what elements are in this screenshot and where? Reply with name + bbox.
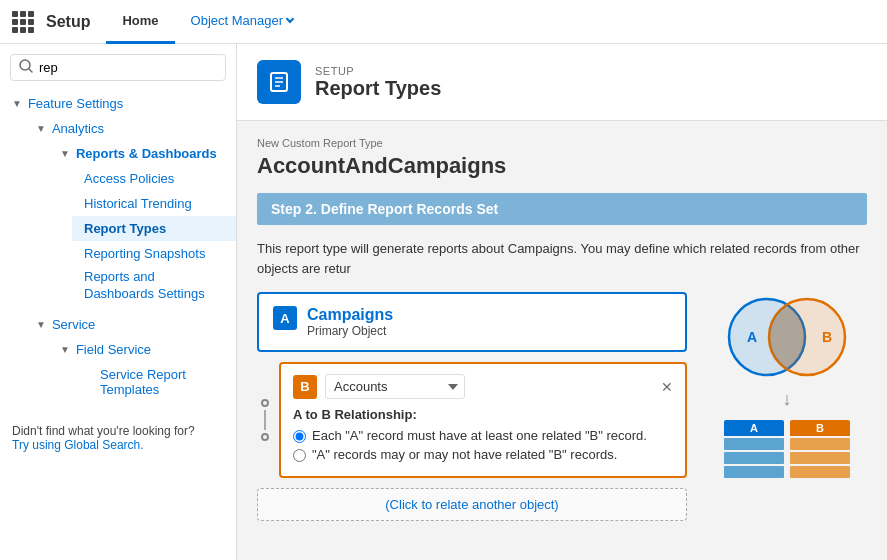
records-section: A Campaigns Primary Object [257,292,687,521]
table-col-b: B [790,420,850,478]
step-header: Step 2. Define Report Records Set [257,193,867,225]
layout: ▼ Feature Settings ▼ Analytics ▼ Reports… [0,44,887,560]
nav-tabs: Home Object Manager [106,0,309,44]
expand-icon: ▼ [60,148,70,159]
report-types-title-group: SETUP Report Types [315,65,441,100]
global-search-link[interactable]: Try using Global Search. [12,438,144,452]
table-row-a-2 [724,452,784,464]
expand-icon: ▼ [12,98,22,109]
table-row-b-2 [790,452,850,464]
object-select[interactable]: Accounts Contacts Leads Opportunities [325,374,465,399]
connector-dot-bottom [261,433,269,441]
secondary-letter: B [293,375,317,399]
table-row-b-3 [790,466,850,478]
connector-area: B Accounts Contacts Leads Opportunities [257,362,687,478]
search-icon [19,59,33,76]
table-preview: A B [724,420,850,478]
top-nav: Setup Home Object Manager [0,0,887,44]
field-service-label[interactable]: ▼ Field Service [48,337,236,362]
b-select-row: Accounts Contacts Leads Opportunities [325,374,465,399]
service-label[interactable]: ▼ Service [24,312,236,337]
table-header-b: B [790,420,850,436]
radio-option-2: "A" records may or may not have related … [293,447,673,462]
venn-label-a: A [747,329,757,345]
svg-line-1 [29,69,32,72]
report-types-header: SETUP Report Types [237,44,887,121]
main-content: SETUP Report Types New Custom Report Typ… [237,44,887,560]
primary-object-info: Campaigns Primary Object [307,306,393,338]
table-row-a-1 [724,438,784,450]
app-launcher[interactable] [12,11,34,33]
report-name: AccountAndCampaigns [257,153,867,179]
radio-option-1: Each "A" record must have at least one r… [293,428,673,443]
radio-input-2[interactable] [293,449,306,462]
chevron-down-icon [286,14,294,22]
connector-dot-top [261,399,269,407]
app-title: Setup [46,13,90,31]
breadcrumb: New Custom Report Type [257,137,867,149]
report-types-link[interactable]: Report Types [72,216,236,241]
relationship-title: A to B Relationship: [293,407,673,422]
diagram-area: A Campaigns Primary Object [257,292,867,521]
sidebar: ▼ Feature Settings ▼ Analytics ▼ Reports… [0,44,237,560]
sidebar-footer: Didn't find what you're looking for? Try… [0,412,236,464]
content-area: New Custom Report Type AccountAndCampaig… [237,121,887,537]
primary-letter: A [273,306,297,330]
search-box [10,54,226,81]
service-report-templates-link[interactable]: Service Report Templates [88,362,236,402]
secondary-object-box: B Accounts Contacts Leads Opportunities [279,362,687,478]
radio-input-1[interactable] [293,430,306,443]
access-policies-link[interactable]: Access Policies [72,166,236,191]
tab-home[interactable]: Home [106,0,174,44]
search-input[interactable] [39,60,217,75]
report-type-icon [257,60,301,104]
venn-label-b: B [822,329,832,345]
table-row-a-3 [724,466,784,478]
feature-settings-label[interactable]: ▼ Feature Settings [0,91,236,116]
primary-object-box: A Campaigns Primary Object [257,292,687,352]
b-header: B Accounts Contacts Leads Opportunities [293,374,673,399]
feature-settings-item: ▼ Feature Settings ▼ Analytics ▼ Reports… [0,89,236,404]
table-col-a: A [724,420,784,478]
expand-icon: ▼ [36,123,46,134]
reports-dashboards-label[interactable]: ▼ Reports & Dashboards [48,141,236,166]
click-to-relate[interactable]: (Click to relate another object) [257,488,687,521]
close-icon[interactable]: ✕ [661,380,673,394]
description-text: This report type will generate reports a… [257,239,867,278]
reporting-snapshots-link[interactable]: Reporting Snapshots [72,241,236,266]
analytics-label[interactable]: ▼ Analytics [24,116,236,141]
table-row-b-1 [790,438,850,450]
grid-icon [12,11,34,33]
reports-dashboards-settings-link[interactable]: Reports and Dashboards Settings [72,266,236,308]
table-header-a: A [724,420,784,436]
connector-circles [261,399,269,441]
arrow-down-icon: ↓ [783,390,792,408]
connector-line [264,410,266,430]
expand-icon: ▼ [36,319,46,330]
tab-object-manager[interactable]: Object Manager [175,0,310,44]
venn-diagram: A B [712,292,862,382]
expand-icon: ▼ [60,344,70,355]
venn-area: A B ↓ A B [707,292,867,478]
historical-trending-link[interactable]: Historical Trending [72,191,236,216]
